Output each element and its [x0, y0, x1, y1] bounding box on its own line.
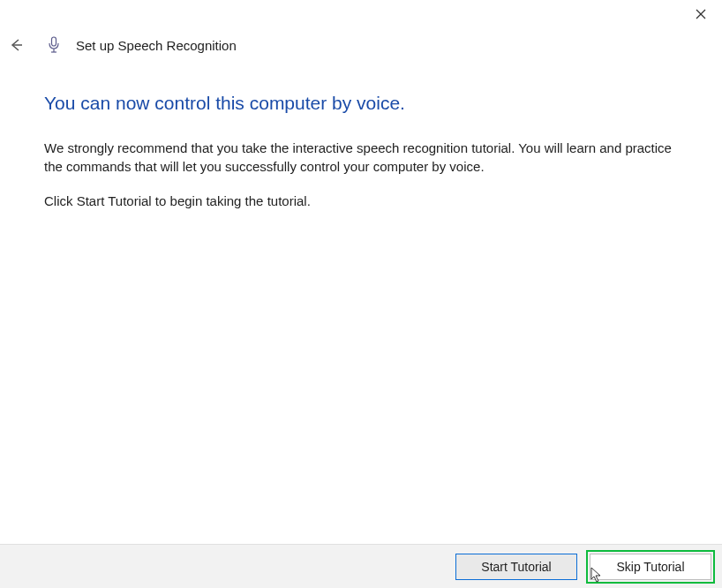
instruction-paragraph-2: Click Start Tutorial to begin taking the… — [44, 192, 678, 210]
skip-tutorial-highlight: Skip Tutorial — [586, 550, 715, 584]
back-arrow-icon[interactable] — [7, 36, 25, 54]
microphone-icon — [46, 35, 62, 55]
header-bar: Set up Speech Recognition — [7, 35, 237, 55]
main-heading: You can now control this computer by voi… — [44, 93, 678, 114]
svg-rect-3 — [52, 37, 56, 46]
skip-tutorial-label: Skip Tutorial — [616, 560, 684, 574]
footer-bar: Start Tutorial Skip Tutorial — [0, 544, 722, 588]
instruction-paragraph-1: We strongly recommend that you take the … — [44, 139, 678, 176]
start-tutorial-button[interactable]: Start Tutorial — [455, 554, 577, 580]
cursor-icon — [590, 567, 603, 585]
page-title: Set up Speech Recognition — [76, 38, 237, 53]
skip-tutorial-button[interactable]: Skip Tutorial — [590, 554, 711, 580]
content-area: You can now control this computer by voi… — [44, 93, 678, 226]
close-icon[interactable] — [690, 4, 711, 25]
